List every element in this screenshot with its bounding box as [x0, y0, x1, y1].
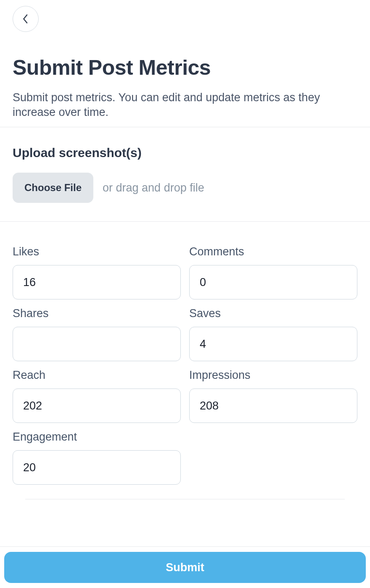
chevron-left-icon [22, 13, 29, 24]
upload-row[interactable]: Choose File or drag and drop file [13, 173, 357, 203]
drag-drop-hint: or drag and drop file [103, 181, 204, 194]
likes-input[interactable] [13, 265, 181, 299]
submit-button[interactable]: Submit [4, 552, 366, 583]
shares-label: Shares [13, 307, 181, 320]
saves-input[interactable] [189, 327, 357, 361]
engagement-input[interactable] [13, 450, 181, 485]
comments-label: Comments [189, 245, 357, 258]
comments-input[interactable] [189, 265, 357, 299]
back-button[interactable] [13, 6, 39, 32]
shares-input[interactable] [13, 327, 181, 361]
footer-bar: Submit [0, 546, 370, 588]
likes-label: Likes [13, 245, 181, 258]
reach-label: Reach [13, 369, 181, 382]
impressions-label: Impressions [189, 369, 357, 382]
choose-file-button[interactable]: Choose File [13, 173, 93, 203]
impressions-input[interactable] [189, 388, 357, 423]
engagement-label: Engagement [13, 430, 181, 444]
saves-label: Saves [189, 307, 357, 320]
upload-heading: Upload screenshot(s) [13, 146, 357, 160]
reach-input[interactable] [13, 388, 181, 423]
page-title: Submit Post Metrics [13, 56, 357, 79]
page-subtitle: Submit post metrics. You can edit and up… [13, 90, 357, 119]
